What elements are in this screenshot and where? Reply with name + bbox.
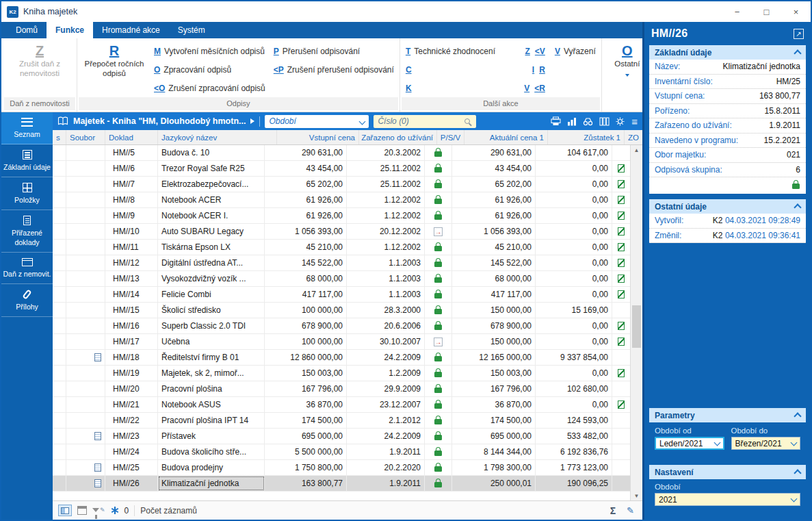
close-button[interactable]: × [781,1,811,22]
sidebar-item-zakladni-udaje[interactable]: Základní údaje [1,144,53,177]
edit-icon[interactable]: ✎ [627,505,634,516]
cell-nazev: Učebna [158,334,265,349]
play-icon[interactable] [250,118,254,124]
obdobi-od-select[interactable]: Leden/2021 [655,437,724,450]
sidebar-item-prilohy[interactable]: Přílohy [1,284,53,317]
sidebar-item-dan-z-nemovit[interactable]: Daň z nemovit. [1,253,53,284]
vertical-scrollbar[interactable]: ▲ ▼ [630,145,642,500]
column-header-zo[interactable]: ZO [625,130,642,144]
column-header-s[interactable]: s [53,130,66,144]
filter-edit-icon[interactable]: ✎ [92,508,105,513]
cell-aktualni-cena: 150 000,00 [452,303,536,318]
column-header-psv[interactable]: P/S/V [437,130,464,144]
section-header[interactable]: Parametry [649,408,806,422]
tab-domu[interactable]: Domů [7,22,47,38]
sidebar-item-polozky[interactable]: Položky [1,177,53,210]
obdobi-select[interactable]: 2021 [655,493,800,506]
column-header-zarazeno[interactable]: Zařazeno do užívání [359,130,437,144]
table-row[interactable]: HM//12Digitální ústředna AT...145 522,00… [53,255,630,271]
detail-field-row: Vstupní cena:163 800,77 [649,89,806,104]
v-r-shortcut-buttons[interactable]: V<R [524,79,545,97]
table-row[interactable]: HM//17Učebna100 000,0030.10.2007→150 000… [53,334,630,350]
print-icon[interactable] [551,116,561,126]
minimize-button[interactable]: − [722,1,752,22]
table-row[interactable]: HM//21Notebook ASUS36 870,0023.12.200736… [53,397,630,413]
tax-card-icon [22,258,33,266]
sidebar-item-seznam[interactable]: Seznam [1,112,53,144]
group-odpisy: R Přepočet ročních odpisů MVytvoření měs… [77,38,400,112]
table-row[interactable]: HM//26Klimatizační jednotka163 800,771.9… [53,476,630,492]
ostatni-dropdown-button[interactable]: O Ostatní [607,42,647,97]
column-header-jazykovy-nazev[interactable]: Jazykový název [158,130,277,144]
column-header-aktualni-cena[interactable]: Aktuální cena 1 [464,130,548,144]
split-view-icon[interactable] [58,505,72,516]
k-shortcut-button[interactable]: K [406,79,514,97]
table-row[interactable]: HM//22Pracovní plošina IPT 14174 500,002… [53,413,630,429]
zruseni-preruseni-odpisovani-button[interactable]: <PZrušení přerušení odpisování [274,60,394,79]
columns-icon[interactable] [599,117,610,126]
form-view-icon[interactable] [77,506,87,515]
obdobi-filter-input[interactable]: Období [265,115,369,128]
chart-icon[interactable] [567,117,577,126]
scroll-down-arrow[interactable]: ▼ [631,491,642,500]
table-row[interactable]: HM//11Tiskárna Epson LX45 210,001.12.200… [53,240,630,255]
gear-icon[interactable] [616,117,625,126]
table-row[interactable]: HM//14Felicie Combi417 117,001.1.2003417… [53,287,630,303]
accelerator-letter: <P [274,65,284,75]
section-header[interactable]: Základní údaje [649,45,806,60]
i-r-shortcut-buttons[interactable]: IR [532,60,545,79]
obdobi-do-select[interactable]: Březen/2021 [731,437,801,450]
column-header-zustatek[interactable]: Zůstatek 1 [548,130,625,144]
prepocet-rocnich-odpisu-button[interactable]: R Přepočet ročních odpisů [83,42,146,97]
table-row[interactable]: HM//8Notebook ACER61 926,001.12.200261 9… [53,192,630,208]
zrusit-dan-button[interactable]: Z Zrušit daň z nemovitosti [8,42,71,97]
table-row[interactable]: HM//15Školicí středisko100 000,0028.3.20… [53,303,630,318]
tab-funkce[interactable]: Funkce [47,22,93,38]
sum-icon[interactable]: Σ [610,505,616,516]
technicke-zhodnoceni-button[interactable]: TTechnické zhodnocení [406,42,514,60]
table-row[interactable]: HM//9Notebook ACER I.61 926,001.12.20026… [53,208,630,224]
tab-system[interactable]: Systém [169,22,214,38]
vytvoreni-mesicnich-odpisu-button[interactable]: MVytvoření měsíčních odpisů [154,42,265,60]
lock-row [649,177,806,194]
asterisk-icon[interactable] [114,507,116,514]
zruseni-zpracovani-odpisu-button[interactable]: <OZrušení zpracování odpisů [154,79,265,97]
table-row[interactable]: HM//20Pracovní plošina167 796,0029.9.200… [53,381,630,397]
cell-psv [425,192,452,207]
zpracovani-odpisu-button[interactable]: OZpracování odpisů [154,60,265,79]
vertical-scrollbar-thumb[interactable] [632,305,641,348]
cislo-filter-input[interactable]: Číslo (0) [374,115,476,128]
open-in-window-icon[interactable]: ↗ [794,29,804,39]
sidebar-item-prirazene-doklady[interactable]: Přiřazené doklady [1,210,53,252]
table-row[interactable]: HM//19Majetek, sk 2, mimoř...150 003,001… [53,366,630,381]
table-row[interactable]: HM//13Vysokozdvižný vozík ...68 000,001.… [53,271,630,287]
table-row[interactable]: HM//23Přístavek695 000,0024.2.2009695 00… [53,429,630,444]
section-header[interactable]: Ostatní údaje [649,199,806,214]
table-row[interactable]: HM//16Superb Classic 2.0 TDI678 900,0020… [53,318,630,334]
cell-zustatek: 0,00 [536,287,612,302]
c-shortcut-button[interactable]: C [406,60,514,79]
maximize-button[interactable]: □ [752,1,781,22]
table-row[interactable]: HM//5Budova č. 10290 631,0020.3.2002290 … [53,145,630,161]
table-row[interactable]: HM//7Elektrozabezpečovací...65 202,0025.… [53,177,630,192]
z-v-shortcut-buttons[interactable]: Z<V [525,42,545,60]
tab-hromadne-akce[interactable]: Hromadné akce [93,22,169,38]
scroll-up-arrow[interactable]: ▲ [631,145,642,155]
table-row[interactable]: HM//24Budova školicího stře...5 500 000,… [53,444,630,460]
vyrazeni-button[interactable]: VVyřazení [555,42,596,60]
table-row[interactable]: HM//25Budova prodejny1 750 800,0020.2.20… [53,460,630,476]
cell-status [53,271,66,286]
preruseni-odpisovani-button[interactable]: PPřerušení odpisování [274,42,394,60]
table-row[interactable]: HM//10Auto SUBARU Legacy1 056 393,0020.1… [53,224,630,240]
binoculars-icon[interactable] [583,117,593,126]
cell-doklad: HM//26 [105,476,158,491]
column-header-doklad[interactable]: Doklad [105,130,158,144]
lock-icon [434,466,442,472]
detail-field-row: Změnil:K2 04.03.2021 09:36:41 [649,229,806,244]
menu-icon[interactable]: ≡ [631,116,638,127]
section-header[interactable]: Nastavení [649,465,806,479]
table-row[interactable]: HM//6Trezor Royal Safe R2543 454,0025.11… [53,161,630,177]
column-header-soubor[interactable]: Soubor [66,130,105,144]
table-row[interactable]: HM//18Ředitelství firmy B 0112 860 000,0… [53,350,630,366]
column-header-vstupni-cena[interactable]: Vstupní cena [277,130,359,144]
